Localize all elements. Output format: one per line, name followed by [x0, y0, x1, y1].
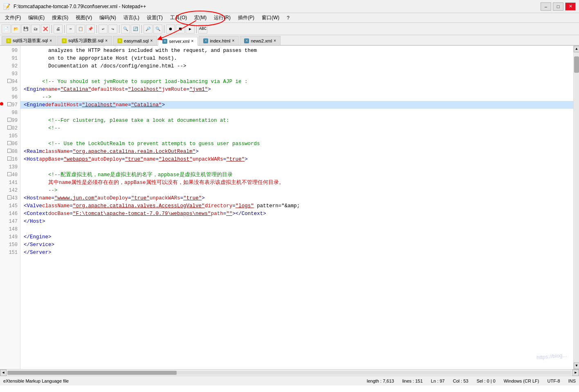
save-all-button[interactable]: 🗂: [31, 25, 40, 34]
macro-record-button[interactable]: ⏺: [166, 25, 175, 34]
code-line-148[interactable]: [20, 225, 573, 233]
line-number-text-91: 91: [12, 56, 18, 61]
scroll-right-button[interactable]: ▶: [572, 370, 579, 376]
code-line-99[interactable]: <!--For clustering, please take a look a…: [20, 116, 573, 124]
menu-item-[interactable]: ?: [283, 14, 293, 22]
hscroll-track[interactable]: [7, 371, 572, 375]
fold-icon-102[interactable]: –: [7, 125, 11, 130]
menu-item-e[interactable]: 编辑(E): [25, 13, 48, 22]
menu-item-r[interactable]: 运行(R): [211, 13, 234, 22]
code-line-102[interactable]: <!--: [20, 124, 573, 132]
minimize-button[interactable]: –: [541, 2, 551, 11]
spellcheck-button[interactable]: ABC: [198, 25, 207, 34]
replace-button[interactable]: 🔄: [131, 25, 140, 34]
fold-icon-99[interactable]: –: [7, 118, 11, 122]
cut-button[interactable]: ✂: [66, 25, 75, 34]
tab-0[interactable]: Ssql练习题答案.sql×: [2, 36, 56, 45]
code-line-96[interactable]: -->: [20, 93, 573, 101]
menu-item-m[interactable]: 宏(M): [191, 13, 210, 22]
tab-1[interactable]: Ssql练习源数据.sql×: [57, 36, 112, 45]
code-line-92[interactable]: Documentation at /docs/config/engine.htm…: [20, 62, 573, 70]
close-button[interactable]: ✕: [565, 2, 576, 11]
tab-close-2[interactable]: ×: [150, 38, 153, 43]
tab-close-1[interactable]: ×: [105, 38, 108, 43]
new-button[interactable]: 📄: [2, 25, 11, 34]
close-doc-button[interactable]: ❌: [41, 25, 50, 34]
macro-play-button[interactable]: ▶: [186, 25, 195, 34]
menu-item-l[interactable]: 语言(L): [120, 13, 143, 22]
scroll-thumb[interactable]: [574, 56, 579, 73]
code-area[interactable]: analyzes the HTTP headers included with …: [20, 46, 573, 369]
menu-item-f[interactable]: 文件(F): [2, 13, 24, 22]
menu-item-v[interactable]: 视图(V): [72, 13, 95, 22]
zoom-in-button[interactable]: 🔎: [144, 25, 153, 34]
tab-2[interactable]: Seasymall.sql×: [113, 36, 157, 45]
save-button[interactable]: 💾: [21, 25, 30, 34]
code-line-147[interactable]: </Host>: [20, 217, 573, 225]
fold-icon-97[interactable]: –: [7, 102, 11, 106]
open-button[interactable]: 📂: [11, 25, 20, 34]
code-line-146[interactable]: <Context docBase="F:\tomcat\apache-tomca…: [20, 210, 573, 217]
fold-icon-106[interactable]: –: [7, 141, 11, 145]
menu-item-w[interactable]: 窗口(W): [258, 13, 283, 22]
tab-close-4[interactable]: ×: [232, 38, 235, 43]
zoom-out-button[interactable]: 🔍: [153, 25, 162, 34]
menu-item-p[interactable]: 插件(P): [235, 13, 258, 22]
print-button[interactable]: 🖨: [54, 25, 63, 34]
tab-3[interactable]: Xserver.xml×: [158, 37, 198, 46]
code-line-105[interactable]: [20, 132, 573, 140]
code-line-98[interactable]: [20, 109, 573, 116]
vertical-scrollbar[interactable]: ▲ ▼: [573, 46, 579, 369]
tab-label-0: sql练习题答案.sql: [13, 38, 48, 44]
code-line-95[interactable]: <Engine name="Catalina" defaultHost="loc…: [20, 85, 573, 93]
tab-close-0[interactable]: ×: [49, 38, 52, 43]
menu-item-n[interactable]: 编码(N): [96, 13, 119, 22]
fold-icon-94[interactable]: –: [7, 79, 11, 83]
paste-button[interactable]: 📌: [86, 25, 95, 34]
toolbar: 📄 📂 💾 🗂 ❌ 🖨 ✂ 📋 📌 ↩ ↪ 🔍 🔄 🔎 🔍 ⏺ ⏹ ▶ ABC: [0, 23, 579, 35]
redo-button[interactable]: ↪: [108, 25, 117, 34]
code-line-116[interactable]: <Host appBase="webapps" autoDeploy="true…: [20, 155, 573, 163]
maximize-button[interactable]: □: [553, 2, 563, 11]
code-line-90[interactable]: analyzes the HTTP headers included with …: [20, 47, 573, 54]
code-line-91[interactable]: on to the appropriate Host (virtual host…: [20, 54, 573, 62]
macro-stop-button[interactable]: ⏹: [176, 25, 185, 34]
code-line-106[interactable]: <!-- Use the LockOutRealm to prevent att…: [20, 140, 573, 148]
tab-close-5[interactable]: ×: [274, 38, 276, 43]
scroll-up-button[interactable]: ▲: [574, 46, 579, 52]
scroll-left-button[interactable]: ◀: [0, 370, 7, 376]
code-line-108[interactable]: <Realm className="org.apache.catalina.re…: [20, 148, 573, 155]
hscroll-thumb[interactable]: [7, 371, 177, 375]
tab-4[interactable]: Xindex.html×: [199, 36, 239, 45]
code-line-142[interactable]: -->: [20, 186, 573, 194]
code-line-139[interactable]: [20, 163, 573, 171]
code-line-97[interactable]: <Engine defaultHost="localhost" name="Ca…: [20, 101, 573, 109]
fold-icon-140[interactable]: –: [7, 172, 11, 176]
scroll-down-button[interactable]: ▼: [574, 363, 579, 369]
fold-icon-143[interactable]: –: [7, 195, 11, 199]
code-line-141[interactable]: 其中name属性是必须存在在的，appBase属性可以没有，如果没有表示该虚拟主…: [20, 179, 573, 186]
code-line-151[interactable]: </Server>: [20, 249, 573, 256]
menu-item-o[interactable]: 工具(O): [167, 13, 190, 22]
code-line-150[interactable]: </Service>: [20, 241, 573, 249]
find-button[interactable]: 🔍: [121, 25, 130, 34]
tab-5[interactable]: Xnews2.xml×: [240, 36, 281, 45]
code-line-143[interactable]: <Host name="wwww.jun.com" autoDeploy="tr…: [20, 194, 573, 202]
toolbar-sep-5: [141, 25, 142, 33]
code-line-149[interactable]: </Engine>: [20, 233, 573, 241]
code-line-93[interactable]: [20, 70, 573, 78]
line-number-text-90: 90: [12, 48, 18, 54]
tab-close-3[interactable]: ×: [191, 39, 194, 43]
menu-item-s[interactable]: 搜索(S): [49, 13, 72, 22]
fold-icon-108[interactable]: –: [7, 149, 11, 153]
code-line-145[interactable]: <Valve className="org.apache.catalina.va…: [20, 202, 573, 210]
undo-button[interactable]: ↩: [99, 25, 108, 34]
line-number-text-97: 97: [12, 102, 18, 108]
code-line-140[interactable]: <!--配置虚拟主机，name是虚拟主机的名字，appbase是虚拟主机管理的目…: [20, 171, 573, 179]
menu-item-t[interactable]: 设置(T): [144, 13, 166, 22]
fold-icon-116[interactable]: –: [7, 157, 11, 161]
horizontal-scrollbar[interactable]: ◀ ▶: [0, 369, 579, 376]
scroll-track[interactable]: [574, 52, 579, 363]
copy-button[interactable]: 📋: [76, 25, 85, 34]
code-line-94[interactable]: <!-- You should set jvmRoute to support …: [20, 78, 573, 85]
